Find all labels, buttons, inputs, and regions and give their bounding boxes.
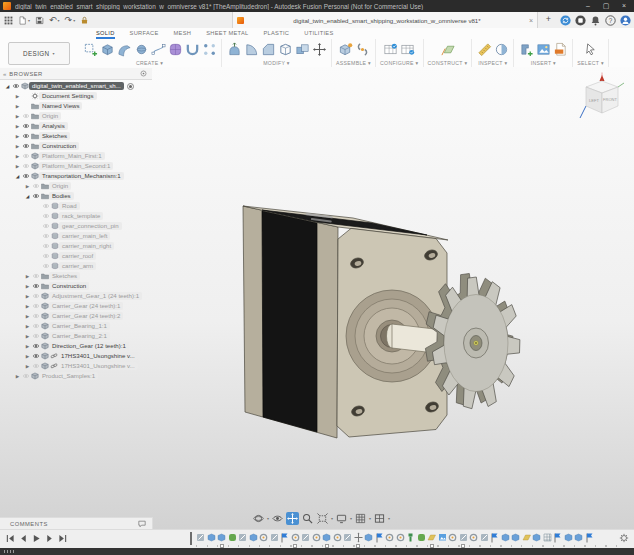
browser-item-label[interactable]: Product_Samples:1 <box>39 372 98 381</box>
timeline-feature-extrude[interactable] <box>207 532 216 543</box>
browser-item-carrier-roof[interactable]: carrier_roof <box>0 251 168 261</box>
chamfer-tool-icon[interactable] <box>260 41 276 57</box>
viewports-dropdown-icon[interactable]: ▾ <box>388 516 390 521</box>
visibility-eye-icon[interactable] <box>21 113 30 119</box>
browser-item-platform-main-second-1[interactable]: ▶Platform_Main_Second:1 <box>0 161 168 171</box>
timeline-feature-joint[interactable] <box>396 532 405 543</box>
timeline-feature-form[interactable] <box>228 532 237 543</box>
group-label-construct[interactable]: CONSTRUCT ▾ <box>428 60 468 66</box>
canvas-tool-icon[interactable] <box>535 41 551 57</box>
browser-item-digital-twin-enabled-smart-sh[interactable]: ◢digital_twin_enabled_smart_sh... <box>0 81 168 91</box>
document-tab[interactable]: digital_twin_enabled_smart_shipping_work… <box>232 12 538 28</box>
expand-arrow-icon[interactable]: ▶ <box>24 274 31 279</box>
viewcube-left-face[interactable]: LEFT <box>589 98 599 103</box>
visibility-eye-icon[interactable] <box>31 183 40 189</box>
visibility-eye-icon[interactable] <box>31 303 40 309</box>
expand-arrow-icon[interactable]: ▶ <box>14 114 21 119</box>
go-to-start-button[interactable] <box>5 533 15 544</box>
expand-arrow-icon[interactable]: ▶ <box>24 344 31 349</box>
fit-dropdown-icon[interactable]: ▾ <box>331 516 333 521</box>
shell-tool-icon[interactable] <box>277 41 293 57</box>
visibility-eye-icon[interactable] <box>31 273 40 279</box>
plane-tool-icon[interactable] <box>439 41 455 57</box>
browser-item-transportation-mechanism-1[interactable]: ◢Transportation_Mechanism:1 <box>0 171 168 181</box>
browser-item-rack-template[interactable]: rack_template <box>0 211 168 221</box>
group-label-insert[interactable]: INSERT ▾ <box>531 60 556 66</box>
select-tool-icon[interactable] <box>583 41 599 57</box>
timeline-feature-sketch[interactable] <box>480 532 489 543</box>
browser-item-product-samples-1[interactable]: ▶Product_Samples:1 <box>0 371 168 381</box>
expand-arrow-icon[interactable]: ▶ <box>24 324 31 329</box>
timeline-feature-extrude[interactable] <box>532 532 541 543</box>
browser-item-origin[interactable]: ▶Origin <box>0 181 168 191</box>
sweep-tool-icon[interactable] <box>116 41 132 57</box>
visibility-eye-icon[interactable] <box>31 313 40 319</box>
browser-item-label[interactable]: Road <box>59 202 80 211</box>
browser-item-analysis[interactable]: ▶Analysis <box>0 121 168 131</box>
visibility-eye-icon[interactable] <box>31 343 40 349</box>
timeline-feature-bolt[interactable] <box>406 532 415 543</box>
app-grid-icon[interactable] <box>2 13 15 27</box>
pattern-tool-icon[interactable] <box>201 41 217 57</box>
timeline-feature-flag[interactable] <box>375 532 384 543</box>
timeline-feature-joint[interactable] <box>259 532 268 543</box>
expand-arrow-icon[interactable]: ▶ <box>24 304 31 309</box>
visibility-eye-icon[interactable] <box>41 243 50 249</box>
browser-item-platform-main-first-1[interactable]: ▶Platform_Main_First:1 <box>0 151 168 161</box>
tab-solid[interactable]: SOLID <box>96 28 115 39</box>
browser-item-label[interactable]: Construction <box>39 142 79 151</box>
group-label-modify[interactable]: MODIFY ▾ <box>263 60 290 66</box>
visibility-eye-icon[interactable] <box>31 293 40 299</box>
browser-item-carrier-main-left[interactable]: carrier_main_left <box>0 231 168 241</box>
visibility-eye-icon[interactable] <box>31 283 40 289</box>
timeline-feature-extrude[interactable] <box>364 532 373 543</box>
browser-item-gear-connection-pin[interactable]: gear_connection_pin <box>0 221 168 231</box>
pan-icon[interactable] <box>286 512 299 525</box>
activate-component-radio[interactable] <box>127 83 134 90</box>
lock-icon[interactable] <box>78 13 91 27</box>
timeline-feature-sketch[interactable] <box>238 532 247 543</box>
group-label-configure[interactable]: CONFIGURE ▾ <box>380 60 418 66</box>
tab-plastic[interactable]: PLASTIC <box>263 28 289 39</box>
browser-item-label[interactable]: Carrier_Bearing_2:1 <box>49 332 110 341</box>
browser-item-label[interactable]: Sketches <box>39 132 70 141</box>
visibility-eye-icon[interactable] <box>31 353 40 359</box>
new-document-tab-button[interactable]: + <box>543 14 554 25</box>
timeline-feature-form[interactable] <box>417 532 426 543</box>
view-cube[interactable]: LEFT FRONT <box>578 72 626 120</box>
timeline-feature-flag[interactable] <box>280 532 289 543</box>
browser-item-carrier-gear-24-teeth-2[interactable]: ▶Carrier_Gear (24 teeth):2 <box>0 311 168 321</box>
job-status-icon[interactable] <box>560 15 571 26</box>
timeline-feature-sketch[interactable] <box>270 532 279 543</box>
timeline-feature-joint[interactable] <box>312 532 321 543</box>
move-tool-icon[interactable] <box>311 41 327 57</box>
visibility-eye-icon[interactable] <box>31 323 40 329</box>
browser-item-label[interactable]: gear_connection_pin <box>59 222 122 231</box>
orbit-dropdown-icon[interactable]: ▾ <box>267 516 269 521</box>
visibility-eye-icon[interactable] <box>31 333 40 339</box>
notifications-icon[interactable] <box>590 15 601 26</box>
expand-arrow-icon[interactable]: ◢ <box>14 174 21 179</box>
visibility-eye-icon[interactable] <box>41 263 50 269</box>
browser-item-sketches[interactable]: ▶Sketches <box>0 271 168 281</box>
expand-arrow-icon[interactable]: ▶ <box>14 124 21 129</box>
press-pull-tool-icon[interactable] <box>226 41 242 57</box>
browser-item-carrier-main-right[interactable]: carrier_main_right <box>0 241 168 251</box>
redo-icon[interactable]: ↷▾ <box>63 13 78 27</box>
visibility-eye-icon[interactable] <box>41 253 50 259</box>
browser-item-label[interactable]: Carrier_Bearing_1:1 <box>49 322 110 331</box>
visibility-eye-icon[interactable] <box>21 153 30 159</box>
browser-item-carrier-gear-24-teeth-1[interactable]: ▶Carrier_Gear (24 teeth):1 <box>0 301 168 311</box>
group-label-create[interactable]: CREATE ▾ <box>136 60 163 66</box>
expand-arrow-icon[interactable]: ▶ <box>14 164 21 169</box>
browser-item-label[interactable]: Platform_Main_First:1 <box>39 152 105 161</box>
group-label-assemble[interactable]: ASSEMBLE ▾ <box>336 60 371 66</box>
visibility-eye-icon[interactable] <box>21 133 30 139</box>
collapse-panel-icon[interactable]: « <box>3 71 6 77</box>
browser-item-label[interactable]: Carrier_Gear (24 teeth):1 <box>49 302 123 311</box>
display-settings-dropdown-icon[interactable]: ▾ <box>350 516 352 521</box>
tab-sheet-metal[interactable]: SHEET METAL <box>206 28 248 39</box>
browser-item-direction-gear-12-teeth-1[interactable]: ▶Direction_Gear (12 teeth):1 <box>0 341 168 351</box>
visibility-eye-icon[interactable] <box>21 123 30 129</box>
browser-item-adjustment-gear-1-24-teeth-1[interactable]: ▶Adjustment_Gear_1 (24 teeth):1 <box>0 291 168 301</box>
